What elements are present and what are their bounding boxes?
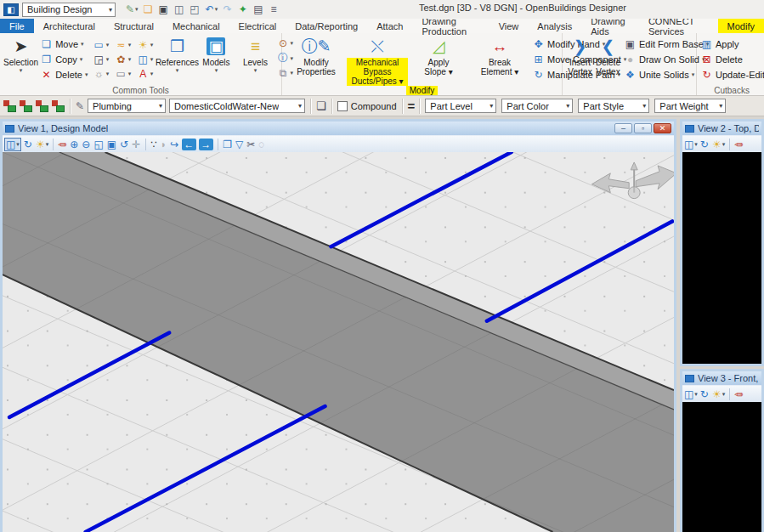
copy-view-icon[interactable]: ❐ — [223, 139, 233, 150]
pin-icon[interactable]: ✦ — [236, 3, 250, 17]
place-equipment-icon[interactable] — [3, 100, 16, 112]
zoom-in-icon[interactable]: ⊕ — [70, 139, 79, 150]
view-attributes-icon[interactable]: ◫ ▾ — [684, 139, 698, 150]
ribbon-tab[interactable]: Drawing Aids — [581, 19, 639, 33]
rotate-view-icon[interactable]: ↺ — [120, 139, 129, 150]
part-match-icon[interactable]: = — [408, 99, 415, 113]
ribbon-tab[interactable]: Analysis — [528, 19, 581, 33]
delete-cutback-button[interactable]: ⊠ Delete — [700, 53, 764, 66]
place-pipe-run-icon[interactable] — [52, 100, 65, 112]
fit-view-icon[interactable]: ▣ — [107, 139, 117, 150]
lamp-on-icon[interactable]: ☀ ▾ — [133, 37, 156, 52]
selection-button[interactable]: ➤ Selection ▾ — [3, 36, 38, 73]
delete-vertex-button[interactable]: ❮ Delete Vertex — [594, 36, 622, 76]
compound-checkbox[interactable] — [337, 101, 348, 111]
ribbon-tab[interactable]: Attach — [367, 19, 412, 33]
view2-titlebar[interactable]: View 2 - Top, Design — [682, 122, 761, 135]
view3-viewport[interactable] — [682, 402, 761, 532]
symbology-icon[interactable]: ✿ ▾ — [111, 52, 133, 66]
cell-tools-icon[interactable]: ◲ ▾ — [89, 52, 111, 66]
clip-mask-icon[interactable]: ✂ — [246, 139, 256, 150]
window-tools-icon[interactable]: ◫ ▾ — [133, 52, 156, 66]
minimize-button[interactable]: – — [614, 123, 632, 133]
fence-tools-icon[interactable]: ▭ ▾ — [89, 37, 111, 52]
view-rotation-icon[interactable]: ↻ — [24, 139, 33, 150]
update-edit-button[interactable]: ↻ Update-Edit — [700, 68, 764, 82]
ribbon-tab[interactable]: Structural — [105, 19, 163, 33]
view-previous-icon[interactable]: ← — [182, 139, 196, 150]
view1-titlebar[interactable]: View 1, Design Model – ▫ ✕ — [3, 122, 674, 135]
app-icon[interactable]: ◧ — [3, 3, 19, 16]
view2-viewport[interactable] — [682, 152, 761, 364]
models-button[interactable]: ▣ Models ▾ — [196, 36, 235, 73]
section-clip-icon[interactable]: ◌ — [258, 139, 265, 150]
modify-properties-button[interactable]: ⓘ✎ Modify Properties — [286, 36, 347, 86]
ribbon-tab[interactable]: Mechanical — [163, 19, 229, 33]
delete-button[interactable]: ✕ Delete ▾ — [40, 68, 88, 82]
copy-button[interactable]: ❐ Copy ▾ — [40, 53, 88, 66]
undo-icon[interactable]: ↶ ▾ — [204, 3, 220, 17]
ribbon-tab[interactable]: File — [0, 19, 34, 33]
save-icon[interactable]: ▣ — [157, 3, 171, 17]
ribbon-tab[interactable]: Architectural — [34, 19, 105, 33]
levels-button[interactable]: ≡ Levels ▾ — [235, 36, 274, 73]
move-button[interactable]: ❏ Move ▾ — [40, 37, 88, 51]
fly-icon[interactable]: ◗ — [161, 139, 167, 150]
ribbon-tab[interactable]: Data/Reporting — [286, 19, 367, 33]
apply-cutback-button[interactable]: ▥ Apply — [700, 37, 764, 51]
references-button[interactable]: ❒ References ▾ — [157, 36, 196, 73]
part-color-combo[interactable]: Part Color ▾ — [501, 99, 573, 113]
ribbon-tab[interactable]: CONNECT Services — [639, 19, 718, 33]
part-weight-combo[interactable]: Part Weight ▾ — [654, 99, 726, 113]
redo-icon[interactable]: ↷ — [221, 3, 235, 17]
workset-combo[interactable]: Building Design ▾ — [22, 3, 116, 17]
shape-tools-icon[interactable]: ▭ ▾ — [111, 66, 133, 81]
apply-slope-button[interactable]: ◿ Apply Slope ▾ — [408, 36, 469, 86]
print-icon[interactable]: ▤ — [252, 3, 265, 17]
view-next-icon[interactable]: → — [199, 139, 213, 150]
place-fixture-icon[interactable] — [20, 100, 32, 112]
mechanical-bypass-button[interactable]: ⤬ Mechanical Bypass Ducts/Pipes ▾ — [347, 36, 408, 86]
dimension-tools-icon[interactable]: ≂ ▾ — [111, 37, 133, 52]
save-settings-icon[interactable]: ◫ — [173, 3, 186, 17]
part-combo[interactable]: DomesticColdWater-New ▾ — [169, 99, 305, 113]
ribbon-tab[interactable]: Modify — [718, 19, 764, 33]
ribbon-tab[interactable]: View — [490, 19, 529, 33]
window-area-icon[interactable]: ◱ — [93, 139, 104, 150]
insert-vertex-button[interactable]: ❯ Insert Vertex — [566, 36, 594, 76]
view-rotation-icon[interactable]: ↻ — [700, 388, 710, 400]
pan-view-icon[interactable]: ✛ — [132, 139, 141, 150]
part-level-combo[interactable]: Part Level ▾ — [425, 99, 496, 113]
ribbon-tab[interactable]: Electrical — [229, 19, 286, 33]
view-attributes-icon[interactable]: ◫ ▾ — [684, 388, 698, 400]
customize-qat-icon[interactable]: ≡ — [268, 3, 281, 17]
walk-icon[interactable]: ∵ — [150, 139, 158, 150]
maximize-button[interactable]: ▫ — [634, 123, 652, 133]
break-element-button[interactable]: ↔ Break Element ▾ — [469, 36, 530, 86]
ribbon-tab[interactable]: Drawing Production — [412, 19, 489, 33]
update-view-icon[interactable]: ✎ — [734, 388, 744, 400]
layers-icon[interactable]: ❏ — [316, 99, 326, 112]
view-attributes-icon[interactable]: ◫ ▾ — [4, 138, 21, 151]
zoom-out-icon[interactable]: ⊖ — [82, 139, 91, 150]
place-valve-icon[interactable] — [36, 100, 48, 112]
clip-volume-icon[interactable]: ▽ — [235, 139, 244, 150]
match-properties-icon[interactable]: ✎ — [76, 100, 84, 112]
close-button[interactable]: ✕ — [654, 123, 671, 133]
view1-viewport[interactable] — [3, 152, 674, 532]
view3-titlebar[interactable]: View 3 - Front, Desig — [682, 371, 761, 385]
item-browser-icon[interactable]: ◰ — [188, 3, 201, 17]
view-brightness-icon[interactable]: ☀ ▾ — [712, 139, 725, 150]
view-brightness-icon[interactable]: ☀ ▾ — [712, 388, 725, 400]
family-combo[interactable]: Plumbing ▾ — [88, 99, 166, 113]
view-brightness-icon[interactable]: ☀ ▾ — [36, 139, 48, 150]
navigate-view-icon[interactable]: ↪ — [170, 139, 179, 150]
update-view-icon[interactable]: ✎ — [58, 139, 67, 150]
open-file-icon[interactable]: ❏ — [142, 3, 156, 17]
part-style-combo[interactable]: Part Style ▾ — [578, 99, 649, 113]
view-rotation-icon[interactable]: ↻ — [700, 139, 710, 150]
update-view-icon[interactable]: ✎ — [734, 139, 744, 150]
design-model-scene[interactable] — [3, 152, 674, 532]
user-preferences-icon[interactable]: ✎ ▾ — [124, 3, 140, 17]
text-tools-icon[interactable]: A ▾ — [133, 66, 156, 81]
